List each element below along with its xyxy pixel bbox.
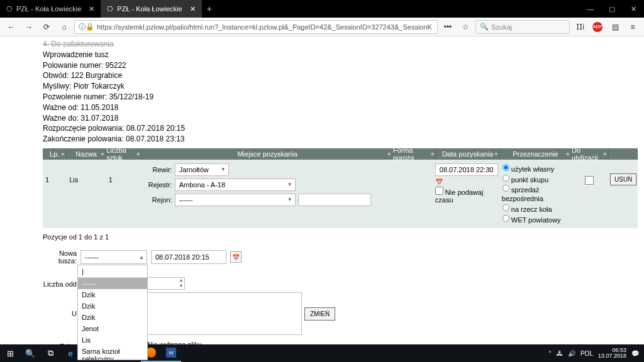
page-actions-icon[interactable]: ••• [440,19,455,35]
tray-notifications-icon[interactable]: 💬 [631,350,639,357]
col-actions [609,148,638,160]
word-icon[interactable]: W [161,344,181,362]
col-liczba[interactable]: Liczba sztuk [106,148,142,160]
window-minimize[interactable]: — [580,0,601,18]
col-nazwa[interactable]: Nazwa [67,148,106,160]
info-line: Polowanie numer: 95222 [43,60,638,71]
radio-punkt[interactable] [502,175,509,182]
table-header: Lp. Nazwa Liczba sztuk Miejsce pozyskani… [43,148,638,160]
zmien-button[interactable]: ZMIEŃ [304,307,335,321]
tab-close-icon[interactable]: ✕ [190,5,196,13]
url-bar[interactable]: ⓘ 🔒 https://systemkl.pzlow.pl/palio/html… [74,20,438,34]
adblock-icon[interactable]: ABP [590,19,605,35]
info-line: Myśliwy: Piotr Tokarczyk [43,81,638,92]
page-content: 4. Do zafakturowania Wprowadzenie tusz P… [0,36,644,283]
tray-clock[interactable]: 06:53 13.07.2018 [598,348,626,359]
radio-uzytek[interactable] [502,164,509,171]
tray-network-icon[interactable]: 🖧 [557,350,563,357]
info-line: Zakończenie polowania: 08.07.2018 23:13 [43,134,638,145]
library-icon[interactable]: 𝖨𝖨𝗂 [572,19,587,35]
browser-tab-0[interactable]: ⎔ PZŁ - Koła Łowieckie ✕ [0,0,101,18]
sidebar-icon[interactable]: ▤ [608,19,623,35]
label-rejon: Rejon: [145,196,172,204]
calendar-icon[interactable]: 📅 [230,251,242,263]
dropdown-item[interactable]: Dzik [78,312,147,323]
site-info-icon[interactable]: ⓘ [79,22,86,31]
tab-label: PZŁ - Koła Łowieckie [16,5,81,13]
window-close[interactable]: ✕ [623,0,644,18]
taskview-icon[interactable]: ⧉ [40,344,60,362]
tab-favicon: ⎔ [107,5,113,13]
nav-reload[interactable]: ⟳ [39,19,54,35]
tray-volume-icon[interactable]: 🔊 [568,350,575,357]
cell-liczba: 1 [106,160,142,187]
menu-icon[interactable]: ≡ [625,19,640,35]
new-tab-button[interactable]: + [202,0,217,18]
start-button[interactable]: ⊞ [0,344,20,362]
nav-home[interactable]: ⌂ [57,19,72,35]
calendar-icon[interactable]: 📅 [435,178,497,185]
url-text: https://systemkl.pzlow.pl/palio/html.run… [97,23,432,31]
col-utyl[interactable]: Do utylizacji [572,148,609,160]
tab-close-icon[interactable]: ✕ [89,5,94,13]
label-liczba: Liczba odd [43,280,77,288]
dropdown-item[interactable]: Lis [78,334,147,346]
stepper-liczba[interactable] [147,277,185,290]
input-data-pozyskania[interactable]: 08.07.2018 22:30 [435,163,498,176]
col-data[interactable]: Data pozyskania [436,148,500,160]
info-line: 4. Do zafakturowania [43,39,638,50]
textarea-uwagi[interactable] [147,292,302,335]
window-maximize[interactable]: ▢ [601,0,623,18]
label-uwagi: U [43,310,77,317]
radio-kolo[interactable] [502,204,509,211]
info-line: Rozpoczęcie polowania: 08.07.2018 20:15 [43,123,638,134]
dropdown-item[interactable]: Sarna kozioł selekcyjny [78,346,147,359]
info-line: Pozwolenie numer: 35/122/18-19 [43,92,638,102]
search-input[interactable]: 🔍Szukaj [475,20,570,34]
dropdown-nowa-tusza: ------ Dzik Dzik Dzik Jenot Lis Sarna ko… [77,265,148,360]
info-line: Ważne do: 31.07.2018 [43,113,638,124]
dropdown-item[interactable]: Jenot [78,323,147,334]
select-rejestr[interactable]: Ambona - A-18 [175,178,296,191]
checkbox-niepodawaj[interactable] [435,187,443,195]
radio-wet[interactable] [502,215,509,222]
system-tray: ˄ 🖧 🔊 POL 06:53 13.07.2018 💬 [543,348,644,359]
col-przezn[interactable]: Przeznaczenie [500,148,572,160]
col-miejsce[interactable]: Miejsce pozyskania [142,148,392,160]
info-header: 4. Do zafakturowania Wprowadzenie tusz P… [43,39,638,145]
info-line: Ważne od: 11.05.2018 [43,102,638,113]
tray-up-icon[interactable]: ˄ [548,350,552,357]
combo-nowa-tusza[interactable]: ------ [80,250,147,264]
nav-forward[interactable]: → [21,19,36,35]
search-icon[interactable]: 🔍 [20,344,40,362]
window-titlebar: ⎔ PZŁ - Koła Łowieckie ✕ ⎔ PZŁ - Koła Ło… [0,0,644,18]
dropdown-search-input[interactable] [78,265,147,277]
pager-text: Pozycje od 1 do 1 z 1 [43,233,638,241]
nav-back[interactable]: ← [4,19,19,35]
bookmark-star-icon[interactable]: ☆ [458,19,473,35]
browser-tab-1[interactable]: ⎔ PZŁ - Koła Łowieckie ✕ [101,0,201,18]
input-rejon-extra[interactable] [298,194,371,206]
info-line: Obwód: 122 Burgrabice [43,70,638,81]
select-rejon[interactable]: ------ [175,194,296,206]
dropdown-item[interactable]: Dzik [78,300,147,312]
cell-przeznaczenie: użytek własny punkt skupu sprzedaż bezpo… [499,160,570,229]
col-forma[interactable]: Forma poroża [393,148,436,160]
tab-favicon: ⎔ [6,5,13,13]
delete-button[interactable]: USUŃ [610,173,636,185]
cell-lp: 1 [43,160,67,187]
tray-language[interactable]: POL [580,350,593,357]
label-rejestr: Rejestr: [145,181,172,189]
cell-utyl [570,160,608,190]
col-lp[interactable]: Lp. [43,148,67,160]
dropdown-item[interactable]: Dzik [78,289,147,300]
cell-nazwa: Lis [67,160,106,187]
form-area: Nowa tusza: ------ 08.07.2018 20:15 📅 --… [43,250,638,265]
checkbox-utyl[interactable] [585,176,594,185]
select-rewir[interactable]: Jarnołtów [175,163,229,176]
input-data[interactable]: 08.07.2018 20:15 [151,250,226,264]
lock-icon: 🔒 [86,23,94,31]
info-line: Wprowadzenie tusz [43,50,638,60]
radio-sprzedaz[interactable] [502,185,509,192]
dropdown-item[interactable]: ------ [78,278,147,289]
